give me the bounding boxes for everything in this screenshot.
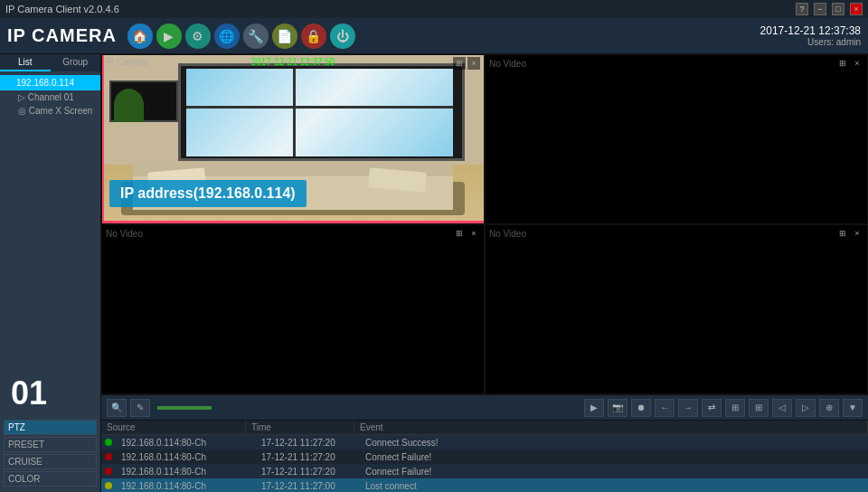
ip-address-overlay: IP address(192.168.0.114) (109, 180, 307, 207)
grid-1x1-btn[interactable]: ⊞ (725, 399, 745, 417)
header: IP CAMERA 🏠 ▶ ⚙ 🌐 🔧 📄 🔒 ⏻ 2017-12-21 12:… (0, 18, 868, 54)
device-item-1[interactable]: 192.168.0.114 (0, 75, 100, 90)
camera-cell-1: IP Camera 2017-12-21 12:37:50 ⊞ × (101, 54, 485, 224)
record-btn[interactable]: ⏺ (631, 399, 651, 417)
status-dot (5, 80, 13, 87)
video-area: IP Camera 2017-12-21 12:37:50 ⊞ × (101, 54, 868, 394)
app-title: IP CAMERA (7, 25, 117, 46)
bottom-toolbar: 🔍 ✎ ▶ 📷 ⏺ ← → ⇄ ⊞ ⊞ ◁ ▷ ⊕ ▼ (101, 394, 868, 420)
event-log-body: 192.168.0.114:80-Ch 17-12-21 11:27:20 Co… (101, 435, 868, 492)
camera-1-timestamp: 2017-12-21 12:37:50 (251, 57, 335, 67)
zoom-slider[interactable] (157, 406, 212, 410)
cam-1-btn-close[interactable]: × (467, 57, 480, 70)
log-row-2[interactable]: 192.168.0.114:80-Ch 17-12-21 11:27:20 Co… (101, 464, 868, 478)
ptz-button[interactable]: PTZ (4, 420, 97, 435)
col-time: Time (246, 421, 354, 434)
icon-network[interactable]: 🌐 (214, 24, 240, 49)
camera-4-no-video: No Video (489, 229, 526, 239)
screen-item-1[interactable]: ◎ Came X Screen (0, 104, 100, 118)
event-log: Source Time Event 192.168.0.114:80-Ch 17… (101, 420, 868, 492)
cruise-button[interactable]: CRUISE (4, 454, 97, 469)
camera-2-controls: ⊞ × (836, 57, 863, 70)
col-source: Source (101, 421, 246, 434)
swap-btn[interactable]: ⇄ (702, 399, 722, 417)
camera-2-no-video: No Video (489, 59, 526, 69)
prev-page-btn[interactable]: ◁ (772, 399, 792, 417)
event-log-header: Source Time Event (101, 421, 868, 435)
channel-number: 01 (0, 367, 100, 416)
camera-3-no-video: No Video (106, 229, 143, 239)
cam-2-btn-expand[interactable]: ⊞ (836, 57, 849, 70)
fullscreen-btn[interactable]: ⊕ (819, 399, 839, 417)
right-panel: IP Camera 2017-12-21 12:37:50 ⊞ × (101, 54, 868, 492)
back-btn[interactable]: ← (655, 399, 675, 417)
grid-2x2-btn[interactable]: ⊞ (749, 399, 769, 417)
cam-4-btn-expand[interactable]: ⊞ (836, 227, 849, 240)
camera-cell-4: No Video ⊞ × (485, 224, 868, 394)
log-row-0[interactable]: 192.168.0.114:80-Ch 17-12-21 11:27:20 Co… (101, 435, 868, 449)
title-ip: IP (7, 25, 26, 45)
icon-lock[interactable]: 🔒 (301, 24, 326, 49)
search-btn[interactable]: 🔍 (107, 399, 127, 417)
col-event: Event (354, 421, 868, 434)
color-button[interactable]: COLOR (4, 471, 97, 487)
close-button[interactable]: × (850, 3, 863, 15)
snapshot-btn[interactable]: 📷 (608, 399, 627, 417)
sidebar-tree: 192.168.0.114 ▷ Channel 01 ◎ Came X Scre… (0, 71, 100, 367)
play-btn[interactable]: ▶ (584, 399, 604, 417)
maximize-button[interactable]: □ (832, 3, 844, 15)
log-row-3[interactable]: 192.168.0.114:80-Ch 17-12-21 11:27:00 Lo… (101, 478, 868, 492)
minimize-button[interactable]: − (814, 3, 826, 15)
camera-cell-3: No Video ⊞ × (101, 224, 485, 394)
cam-4-btn-close[interactable]: × (851, 227, 863, 240)
preset-button[interactable]: PRESET (4, 437, 97, 452)
camera-cell-2: No Video ⊞ × (485, 54, 868, 224)
window-controls: ? − □ × (796, 3, 863, 15)
tab-group[interactable]: Group (51, 54, 101, 71)
sidebar-tabs: List Group (0, 54, 100, 71)
datetime-label: 2017-12-21 12:37:38 (760, 24, 861, 37)
help-button[interactable]: ? (796, 3, 808, 15)
forward-btn[interactable]: → (678, 399, 698, 417)
log-row-1[interactable]: 192.168.0.114:80-Ch 17-12-21 11:27:20 Co… (101, 449, 868, 464)
users-label: Users: admin (760, 37, 861, 47)
cam-1-btn-expand[interactable]: ⊞ (453, 57, 466, 70)
app-wrapper: IP Camera Client v2.0.4.6 ? − □ × IP CAM… (0, 0, 868, 492)
left-panel: List Group 192.168.0.114 ▷ Channel 01 ◎ … (0, 54, 101, 492)
next-page-btn[interactable]: ▷ (796, 399, 816, 417)
icon-settings[interactable]: ⚙ (185, 24, 211, 49)
camera-1-label: IP Camera (106, 57, 149, 67)
camera-1-controls: ⊞ × (453, 57, 480, 70)
device-name-1: 192.168.0.114 (16, 78, 74, 88)
app-version-label: IP Camera Client v2.0.4.6 (5, 4, 119, 14)
edit-btn[interactable]: ✎ (130, 399, 150, 417)
collapse-btn[interactable]: ▼ (843, 399, 863, 417)
cam-3-btn-expand[interactable]: ⊞ (453, 227, 466, 240)
title-camera: CAMERA (32, 25, 117, 45)
cam-3-btn-close[interactable]: × (467, 227, 480, 240)
icon-power[interactable]: ⏻ (330, 24, 355, 49)
title-bar: IP Camera Client v2.0.4.6 ? − □ × (0, 0, 868, 18)
content-area: List Group 192.168.0.114 ▷ Channel 01 ◎ … (0, 54, 868, 492)
icon-file[interactable]: 📄 (272, 24, 297, 49)
sidebar-bottom: PTZ PRESET CRUISE COLOR (0, 416, 100, 492)
camera-4-controls: ⊞ × (836, 227, 863, 240)
icon-play[interactable]: ▶ (156, 24, 182, 49)
channel-item-1[interactable]: ▷ Channel 01 (0, 90, 100, 104)
camera-3-controls: ⊞ × (453, 227, 480, 240)
header-info: 2017-12-21 12:37:38 Users: admin (760, 24, 861, 47)
tab-list[interactable]: List (0, 54, 51, 71)
cam-2-btn-close[interactable]: × (851, 57, 863, 70)
icon-home[interactable]: 🏠 (127, 24, 153, 49)
icon-config[interactable]: 🔧 (243, 24, 269, 49)
